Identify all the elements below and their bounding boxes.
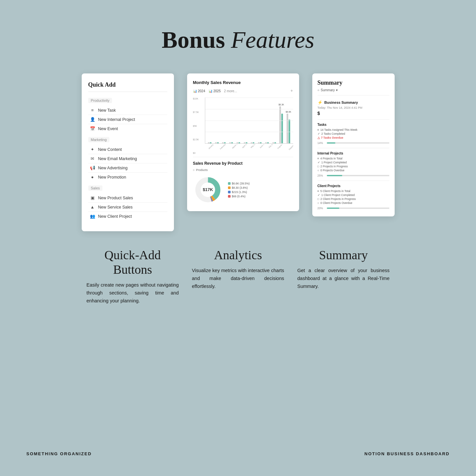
new-email-marketing-label: New Email Marketing — [98, 156, 137, 161]
list-icon: ≡ — [318, 128, 319, 131]
client-progress-bar — [327, 208, 389, 209]
client-project-icon: 👥 — [90, 214, 96, 219]
new-promotion-label: New Promotion — [98, 175, 126, 180]
client-progress-item: □ 2 Client Projects in Progress — [318, 197, 389, 201]
y-label-0: $0 — [193, 152, 199, 154]
marketing-section: Marketing ✦ New Content ✉ New Email Mark… — [88, 136, 167, 182]
y-label-10k: $10K — [193, 98, 199, 100]
list-item[interactable]: ● New Promotion — [88, 173, 167, 182]
page-header: Bonus Features — [0, 0, 476, 54]
chart-controls: 📊 2024 📊 2025 2 more... + — [193, 88, 293, 94]
feature-text-1: Easily create new pages without navigati… — [87, 281, 179, 305]
tasks-completed: ✓ 2 Tasks Completed — [318, 132, 389, 135]
internal-completed: ✓ 1 Project Completed — [318, 161, 389, 164]
internal-progress-fill — [327, 175, 343, 176]
quick-add-title: Quick Add — [88, 81, 167, 92]
square-icon: □ — [318, 197, 319, 201]
client-pct: 20% — [318, 207, 325, 210]
summary-dollar: $ — [318, 111, 389, 116]
new-advertising-label: New Advertising — [98, 166, 128, 170]
list-item[interactable]: 👥 New Client Project — [88, 212, 167, 221]
bar-2025-icon: 📊 — [209, 89, 212, 93]
legend-label-teal: $6.6K (39.5%) — [232, 182, 250, 185]
feature-text-2: Visualize key metrics with interactive c… — [192, 267, 284, 291]
list-item[interactable]: 👤 New Internal Project — [88, 115, 167, 124]
feature-quick-add: Quick-Add Buttons Easily create new page… — [87, 248, 179, 305]
summary-breadcrumb: ○ Summary ▾ — [318, 88, 389, 96]
circle-icon: ○ — [318, 88, 320, 92]
donut-container: $17K $6.6K (39.5%) $8.30 (3.8%) $215 (1.… — [193, 175, 293, 205]
legend-label-blue: $215 (1.3%) — [232, 190, 247, 194]
feature-heading-2: Analytics — [192, 248, 284, 262]
list-item[interactable]: ✉ New Email Marketing — [88, 154, 167, 163]
donut-chart: $17K — [193, 175, 223, 205]
legend-dot-teal — [228, 182, 231, 185]
legend-label-red: $66 (0.4%) — [232, 195, 246, 198]
quick-add-panel: Quick Add Productivity ≡ New Task 👤 New … — [82, 73, 174, 231]
chart2-title: Sales Revenue by Product — [193, 161, 293, 166]
title-bold: Bonus — [162, 27, 225, 53]
email-marketing-icon: ✉ — [90, 156, 96, 161]
chart-add-button[interactable]: + — [291, 88, 293, 94]
chevron-down-icon: ▾ — [336, 88, 338, 92]
donut-section: Sales Revenue by Product ○ Products — [193, 157, 293, 205]
tasks-pct: 14% — [318, 141, 325, 145]
summary-panel: Summary ○ Summary ▾ ⚡ Business Summary T… — [312, 73, 395, 216]
new-task-label: New Task — [98, 108, 116, 113]
internal-total: ≡ 4 Projects in Total — [318, 157, 389, 160]
list-item[interactable]: ▣ New Product Sales — [88, 193, 167, 203]
square-icon: □ — [318, 165, 319, 168]
task-icon: ≡ — [90, 108, 96, 113]
client-total: ≡ 5 Client Projects in Total — [318, 189, 389, 193]
feature-analytics: Analytics Visualize key metrics with int… — [192, 248, 284, 305]
new-service-sales-label: New Service Sales — [98, 205, 133, 210]
internal-project-icon: 👤 — [90, 117, 96, 122]
tasks-assigned: ≡ 14 Tasks Assigned This Week — [318, 128, 389, 131]
client-progress-fill — [327, 208, 339, 209]
x-label-feb: February 2024 — [219, 144, 235, 154]
sales-label: Sales — [88, 185, 103, 191]
new-product-sales-label: New Product Sales — [98, 196, 133, 200]
legend-dot-blue — [228, 191, 231, 193]
content-icon: ✦ — [90, 147, 96, 152]
list-item[interactable]: ✦ New Content — [88, 145, 167, 154]
page-footer: SOMETHING ORGANIZED NOTION BUSINESS DASH… — [26, 451, 450, 456]
new-event-label: New Event — [98, 126, 118, 131]
feature-heading-3: Summary — [297, 248, 390, 262]
new-content-label: New Content — [98, 147, 122, 152]
title-italic: Features — [225, 27, 314, 53]
internal-title: Internal Projects — [318, 152, 389, 155]
sales-section: Sales ▣ New Product Sales ▲ New Service … — [88, 184, 167, 221]
tag-2024: 📊 2024 — [193, 89, 205, 93]
check-icon: ✓ — [318, 193, 320, 197]
internal-progress-row: 25% — [318, 174, 389, 177]
warning-icon: △ — [318, 136, 320, 139]
footer-brand-right: NOTION BUSINESS DASHBOARD — [364, 451, 450, 456]
tasks-progress-row: 14% — [318, 141, 389, 145]
list-item[interactable]: ▲ New Service Sales — [88, 203, 167, 212]
business-summary-header: ⚡ Business Summary — [318, 100, 389, 105]
feature-summary: Summary Get a clear overview of your bus… — [297, 248, 390, 305]
advertising-icon: 📢 — [90, 165, 96, 170]
marketing-label: Marketing — [88, 137, 109, 142]
check-icon: ✓ — [318, 161, 320, 164]
client-completed: ✓ 1 Client Project Completed — [318, 193, 389, 197]
new-client-project-label: New Client Project — [98, 214, 132, 219]
divider-2 — [318, 148, 389, 148]
feature-text-3: Get a clear overview of your business da… — [297, 267, 390, 291]
promotion-icon: ● — [90, 175, 96, 180]
summary-title: Summary — [318, 79, 389, 86]
circle-icon: ○ — [318, 169, 319, 172]
productivity-label: Productivity — [88, 98, 112, 103]
tasks-overdue: △ 7 Tasks Overdue — [318, 136, 389, 139]
panels-container: Quick Add Productivity ≡ New Task 👤 New … — [0, 73, 476, 231]
tasks-title: Tasks — [318, 123, 389, 126]
chart-more: 2 more... — [224, 89, 237, 93]
circle-icon: ○ — [318, 201, 319, 205]
bar-nov-label: $8.3K — [278, 103, 284, 106]
list-item[interactable]: ≡ New Task — [88, 106, 167, 115]
list-item[interactable]: 📅 New Event — [88, 124, 167, 133]
feature-heading-1: Quick-Add Buttons — [87, 248, 179, 277]
client-progress-row: 20% — [318, 207, 389, 210]
list-item[interactable]: 📢 New Advertising — [88, 163, 167, 173]
